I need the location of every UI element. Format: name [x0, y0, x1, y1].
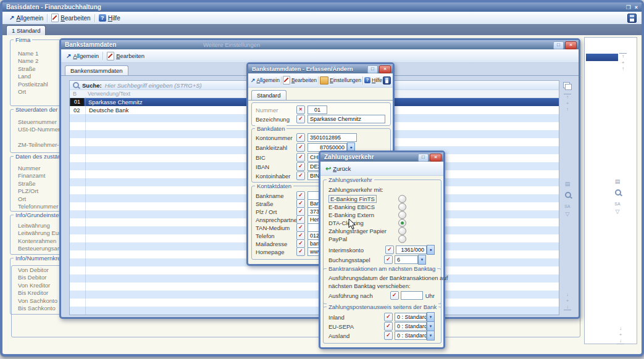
tab-standard[interactable]: Standard	[251, 90, 286, 100]
maximize-button[interactable]	[626, 4, 631, 11]
payment-titlebar[interactable]: Zahlungsverkehr	[320, 152, 443, 162]
menu-allgemein[interactable]: Allgemein	[7, 14, 45, 23]
validation-check-icon[interactable]	[296, 171, 305, 180]
validation-check-icon[interactable]	[296, 247, 305, 256]
save-icon[interactable]	[627, 14, 637, 23]
radio-dta-clearing[interactable]	[398, 219, 406, 227]
validation-check-icon[interactable]	[385, 246, 394, 254]
sort-icon[interactable]	[613, 200, 622, 207]
lookup-button[interactable]	[427, 245, 435, 255]
dropdown-button[interactable]	[427, 321, 435, 331]
next-record-icon[interactable]	[564, 292, 571, 297]
close-button[interactable]	[565, 41, 577, 49]
first-record-icon[interactable]	[564, 94, 571, 100]
validation-check-icon[interactable]	[384, 255, 393, 264]
grid-icon[interactable]	[563, 181, 572, 188]
new-record-icon[interactable]	[564, 101, 571, 106]
sort-icon[interactable]	[563, 203, 572, 210]
field-label: Bankname	[256, 192, 296, 199]
inland-select[interactable]: 0 : Standard	[395, 313, 427, 321]
validation-check-icon[interactable]	[296, 191, 305, 200]
last-record-icon[interactable]	[617, 338, 624, 344]
validation-check-icon[interactable]	[296, 133, 305, 142]
radio-e-banking-extern[interactable]	[398, 211, 406, 219]
next-record-icon[interactable]	[617, 326, 624, 331]
close-button[interactable]	[379, 65, 391, 73]
copy-icon[interactable]	[563, 82, 570, 88]
dropdown-button[interactable]	[418, 255, 426, 265]
field-label: Plz / Ort	[256, 208, 296, 215]
menu-einstellungen[interactable]: Einstellungen	[319, 76, 362, 85]
banktag-line1: Ausführungsdatum der Banktransaktionen a…	[328, 274, 448, 281]
validation-check-icon[interactable]	[296, 143, 305, 152]
validation-check-icon[interactable]	[296, 199, 305, 208]
bank-edit-titlebar[interactable]: Bankstammdaten - Erfassen/Ändern	[248, 64, 393, 73]
menu-bearbeiten[interactable]: Bearbeiten	[282, 75, 317, 85]
validation-check-icon[interactable]	[296, 153, 305, 162]
ausfuehrung-input[interactable]	[401, 291, 423, 300]
interimskonto-input[interactable]: 1361/000	[396, 246, 427, 254]
nummer-input[interactable]: 01	[307, 105, 327, 114]
maximize-button[interactable]	[553, 41, 564, 49]
search-icon[interactable]	[565, 192, 571, 198]
maximize-button[interactable]	[418, 154, 429, 162]
back-button[interactable]: Zurück	[324, 164, 353, 173]
radio-e-banking-ebics[interactable]	[398, 203, 406, 211]
menu-allgemein[interactable]: Allgemein	[250, 76, 280, 84]
grid-icon[interactable]	[613, 178, 622, 185]
separator	[47, 14, 48, 22]
main-titlebar[interactable]: Basisdaten - Finanzbuchhaltung	[2, 2, 642, 12]
record-nav-top[interactable]	[619, 52, 627, 72]
validation-check-icon[interactable]	[296, 162, 305, 171]
new-record-icon[interactable]	[619, 60, 627, 65]
save-icon[interactable]	[383, 76, 391, 85]
last-record-icon[interactable]	[564, 304, 571, 310]
validation-check-icon[interactable]	[384, 322, 393, 331]
radio-zahlungstraeger-papier[interactable]	[398, 227, 406, 235]
validation-check-icon[interactable]	[296, 239, 305, 248]
menu-bearbeiten[interactable]: Bearbeiten	[105, 51, 146, 62]
eu-sepa-select[interactable]: 0 : Standard	[395, 322, 427, 331]
dropdown-button[interactable]	[427, 331, 435, 340]
menu-hilfe[interactable]: Hilfe	[364, 76, 383, 84]
filter-icon[interactable]	[563, 211, 572, 218]
filter-icon[interactable]	[613, 208, 622, 215]
search-icon[interactable]	[615, 189, 621, 196]
column-divider	[85, 97, 86, 315]
validation-check-icon[interactable]	[296, 215, 305, 224]
record-nav-bottom[interactable]	[617, 325, 624, 345]
bezeichnung-input[interactable]: Sparkasse Chemnitz	[307, 115, 385, 123]
validation-check-icon[interactable]	[384, 313, 393, 321]
menu-bearbeiten-label: Bearbeiten	[116, 52, 144, 59]
previous-record-icon[interactable]	[619, 66, 627, 72]
validation-check-icon[interactable]	[296, 115, 305, 123]
radio-e-banking-fints[interactable]	[398, 195, 406, 203]
new-record-icon[interactable]	[617, 332, 624, 337]
kontonummer-input[interactable]: 3501012895	[307, 133, 357, 142]
tab-standard[interactable]: 1 Standard	[6, 25, 46, 35]
validation-x-icon[interactable]	[296, 105, 305, 114]
new-record-icon[interactable]	[564, 298, 571, 303]
menu-hilfe[interactable]: Hilfe	[97, 13, 122, 23]
validation-check-icon[interactable]	[296, 207, 305, 216]
validation-check-icon[interactable]	[296, 223, 305, 232]
menu-bearbeiten[interactable]: Bearbeiten	[49, 12, 92, 23]
menu-allgemein[interactable]: Allgemein	[64, 51, 101, 60]
dropdown-button[interactable]	[427, 312, 435, 322]
ausland-select[interactable]: 0 : Standard	[395, 331, 427, 340]
validation-check-icon[interactable]	[390, 291, 399, 300]
validation-check-icon[interactable]	[384, 331, 393, 340]
close-button[interactable]	[635, 4, 638, 11]
tab-bankenstammdaten[interactable]: Bankenstammdaten	[65, 65, 128, 75]
buchungsstapel-input[interactable]: 6	[395, 255, 418, 264]
group-kontaktdaten-title: Kontaktdaten	[255, 183, 293, 189]
separator	[281, 76, 282, 85]
selected-row-highlight[interactable]	[586, 54, 618, 61]
validation-check-icon[interactable]	[296, 231, 305, 240]
bank-list-titlebar[interactable]: Bankstammdaten Weitere Einstellungen	[61, 40, 579, 49]
first-record-icon[interactable]	[619, 53, 627, 59]
radio-paypal[interactable]	[398, 235, 406, 243]
close-button[interactable]	[430, 154, 441, 162]
previous-record-icon[interactable]	[564, 107, 571, 112]
maximize-button[interactable]	[367, 65, 378, 73]
